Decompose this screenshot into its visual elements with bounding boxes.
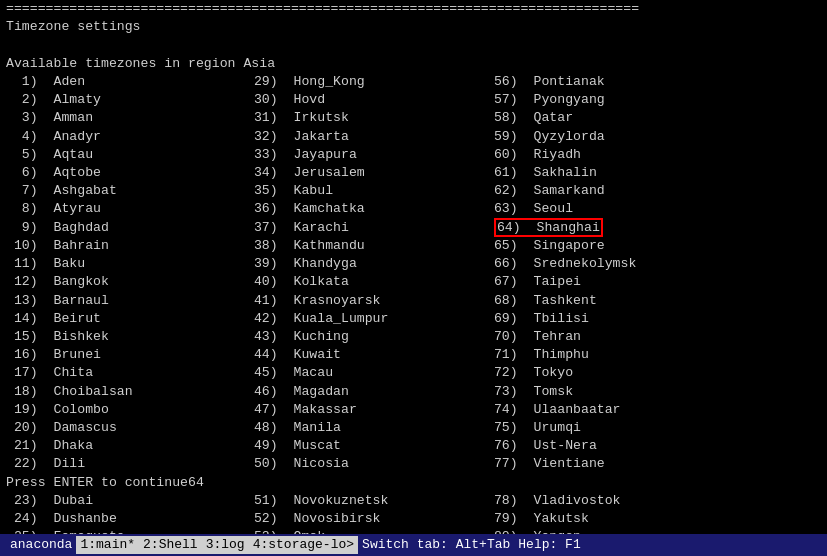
list-item: 68) Tashkent xyxy=(486,292,726,310)
list-item: 20) Damascus xyxy=(6,419,246,437)
list-item: 74) Ulaanbaatar xyxy=(486,401,726,419)
list-item: 72) Tokyo xyxy=(486,364,726,382)
list-item: 78) Vladivostok xyxy=(486,492,726,510)
list-item: 60) Riyadh xyxy=(486,146,726,164)
list-item: 9) Baghdad xyxy=(6,219,246,237)
list-item: 76) Ust-Nera xyxy=(486,437,726,455)
list-item: 58) Qatar xyxy=(486,109,726,127)
list-item: 13) Barnaul xyxy=(6,292,246,310)
list-item: 52) Novosibirsk xyxy=(246,510,486,528)
bar-storage[interactable]: 4:storage-lo> xyxy=(249,536,358,554)
bar-anaconda: anaconda xyxy=(6,536,76,554)
list-item: 79) Yakutsk xyxy=(486,510,726,528)
list-item: 63) Seoul xyxy=(486,200,726,218)
list-item: 37) Karachi xyxy=(246,219,486,237)
bottom-bar: anaconda 1:main* 2:Shell 3:log 4:storage… xyxy=(0,534,827,556)
bar-switch-tab: Switch tab: Alt+Tab xyxy=(358,536,514,554)
list-item: 61) Sakhalin xyxy=(486,164,726,182)
list-item-shanghai: 64) Shanghai xyxy=(486,219,726,237)
column-2: 29) Hong_Kong 30) Hovd 31) Irkutsk 32) J… xyxy=(246,73,486,534)
list-item: 73) Tomsk xyxy=(486,383,726,401)
list-item: 8) Atyrau xyxy=(6,200,246,218)
list-item: 48) Manila xyxy=(246,419,486,437)
list-item: 30) Hovd xyxy=(246,91,486,109)
shanghai-highlight: 64) Shanghai xyxy=(494,218,603,237)
list-item: 23) Dubai xyxy=(6,492,246,510)
list-item: 29) Hong_Kong xyxy=(246,73,486,91)
region-header: Available timezones in region Asia xyxy=(6,55,821,73)
list-item: 39) Khandyga xyxy=(246,255,486,273)
list-item: 10) Bahrain xyxy=(6,237,246,255)
list-item: 1) Aden xyxy=(6,73,246,91)
list-item: 49) Muscat xyxy=(246,437,486,455)
list-item: 22) Dili xyxy=(6,455,246,473)
list-item: 14) Beirut xyxy=(6,310,246,328)
list-item: 47) Makassar xyxy=(246,401,486,419)
list-item: 69) Tbilisi xyxy=(486,310,726,328)
list-item: 44) Kuwait xyxy=(246,346,486,364)
title: Timezone settings xyxy=(6,18,821,36)
bar-help: Help: F1 xyxy=(514,536,584,554)
list-item: 65) Singapore xyxy=(486,237,726,255)
list-item: 42) Kuala_Lumpur xyxy=(246,310,486,328)
bar-shell[interactable]: 2:Shell xyxy=(139,536,202,554)
list-item: 51) Novokuznetsk xyxy=(246,492,486,510)
list-item: 6) Aqtobe xyxy=(6,164,246,182)
list-item: 12) Bangkok xyxy=(6,273,246,291)
list-item: 7) Ashgabat xyxy=(6,182,246,200)
list-item: 5) Aqtau xyxy=(6,146,246,164)
list-item: 67) Taipei xyxy=(486,273,726,291)
list-item: 32) Jakarta xyxy=(246,128,486,146)
timezone-columns: 1) Aden 2) Almaty 3) Amman 4) Anadyr 5) … xyxy=(6,73,821,534)
list-item: 45) Macau xyxy=(246,364,486,382)
list-item: 46) Magadan xyxy=(246,383,486,401)
list-item: 70) Tehran xyxy=(486,328,726,346)
list-item: 43) Kuching xyxy=(246,328,486,346)
bar-main[interactable]: 1:main* xyxy=(76,536,139,554)
list-item: 59) Qyzylorda xyxy=(486,128,726,146)
list-item: 2) Almaty xyxy=(6,91,246,109)
list-item xyxy=(246,474,486,492)
column-3: 56) Pontianak 57) Pyongyang 58) Qatar 59… xyxy=(486,73,726,534)
main-content: ========================================… xyxy=(0,0,827,534)
list-item: 38) Kathmandu xyxy=(246,237,486,255)
list-item: 4) Anadyr xyxy=(6,128,246,146)
list-item: 21) Dhaka xyxy=(6,437,246,455)
list-item: 36) Kamchatka xyxy=(246,200,486,218)
list-item: 15) Bishkek xyxy=(6,328,246,346)
list-item: 41) Krasnoyarsk xyxy=(246,292,486,310)
terminal-screen: ========================================… xyxy=(0,0,827,556)
list-item: 66) Srednekolymsk xyxy=(486,255,726,273)
top-border: ========================================… xyxy=(6,0,821,18)
list-item: 62) Samarkand xyxy=(486,182,726,200)
list-item: 16) Brunei xyxy=(6,346,246,364)
list-item: 19) Colombo xyxy=(6,401,246,419)
enter-continue: Press ENTER to continue64 xyxy=(6,474,246,492)
list-item: 33) Jayapura xyxy=(246,146,486,164)
bar-log[interactable]: 3:log xyxy=(202,536,249,554)
list-item: 31) Irkutsk xyxy=(246,109,486,127)
list-item: 40) Kolkata xyxy=(246,273,486,291)
blank1 xyxy=(6,36,821,54)
list-item: 34) Jerusalem xyxy=(246,164,486,182)
list-item xyxy=(486,474,726,492)
list-item: 75) Urumqi xyxy=(486,419,726,437)
list-item: 17) Chita xyxy=(6,364,246,382)
list-item: 18) Choibalsan xyxy=(6,383,246,401)
list-item: 3) Amman xyxy=(6,109,246,127)
column-1: 1) Aden 2) Almaty 3) Amman 4) Anadyr 5) … xyxy=(6,73,246,534)
list-item: 71) Thimphu xyxy=(486,346,726,364)
list-item: 57) Pyongyang xyxy=(486,91,726,109)
list-item: 35) Kabul xyxy=(246,182,486,200)
list-item: 24) Dushanbe xyxy=(6,510,246,528)
list-item: 56) Pontianak xyxy=(486,73,726,91)
list-item: 50) Nicosia xyxy=(246,455,486,473)
list-item: 11) Baku xyxy=(6,255,246,273)
list-item: 77) Vientiane xyxy=(486,455,726,473)
